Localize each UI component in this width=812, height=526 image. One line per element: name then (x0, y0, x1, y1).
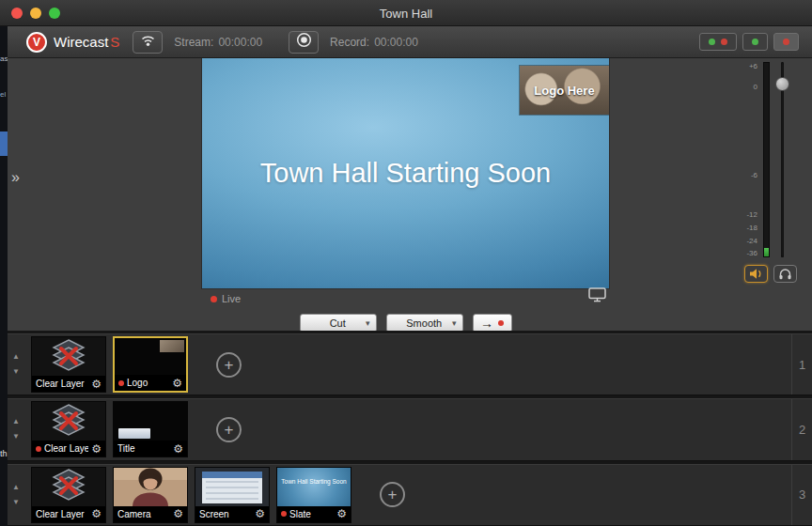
wirecast-brand: V Wirecast S (26, 32, 119, 53)
layers-panel: ▲ ▼ Clear Layer ⚙ (8, 331, 812, 526)
output-display-button[interactable] (588, 287, 606, 306)
add-shot-button[interactable]: + (216, 417, 242, 442)
move-layer-down-button[interactable]: ▼ (12, 433, 20, 441)
move-layer-down-button[interactable]: ▼ (12, 368, 20, 376)
shot-label-bar: Screen ⚙ (195, 506, 269, 522)
clear-layer-icon (48, 339, 89, 375)
background-text-fragment: el (0, 90, 8, 99)
shot-clear-layer[interactable]: Clear Layer ⚙ (31, 336, 106, 393)
window-title: Town Hall (0, 7, 812, 21)
live-view-button[interactable] (773, 33, 799, 51)
wifi-broadcast-icon (140, 34, 156, 51)
stream-button[interactable] (133, 31, 163, 54)
slate-headline: Town Hall Starting Soon (202, 158, 609, 189)
live-dot-icon (783, 39, 789, 45)
slate-thumb-text: Town Hall Starting Soon (277, 478, 351, 485)
shot-screen[interactable]: Screen ⚙ (195, 467, 270, 523)
volume-slider-knob[interactable] (775, 77, 789, 91)
shot-label: Logo (127, 378, 169, 388)
shot-label-bar: Logo ⚙ (115, 375, 186, 391)
layer-row-2: ▲ ▼ Clear Layer ⚙ (8, 398, 812, 460)
toolbar: V Wirecast S Stream: 00:00:00 Record: 00… (8, 26, 812, 58)
transition-smooth-button[interactable]: Smooth ▾ (386, 314, 463, 333)
live-dot-icon (721, 39, 727, 45)
caret-down-icon: ▾ (452, 318, 462, 328)
shot-logo[interactable]: Logo ⚙ (113, 336, 188, 393)
gear-icon[interactable]: ⚙ (91, 379, 102, 390)
gear-icon[interactable]: ⚙ (336, 508, 347, 519)
layer-reorder-arrows: ▲ ▼ (8, 484, 24, 506)
live-indicator: Live (211, 293, 241, 304)
move-layer-up-button[interactable]: ▲ (12, 418, 20, 425)
gear-icon[interactable]: ⚙ (255, 508, 265, 519)
view-mode-buttons (699, 33, 799, 51)
preview-view-button[interactable] (742, 33, 768, 51)
preview-dot-icon (709, 39, 715, 45)
layer-number: 2 (791, 399, 812, 459)
live-output-preview: Town Hall Starting Soon Logo Here (202, 58, 609, 288)
screen-capture-image (195, 468, 269, 506)
shot-label: Title (117, 443, 170, 454)
shot-label: Slate (289, 509, 334, 519)
caret-down-icon: ▾ (366, 318, 376, 328)
shot-label-bar: Clear Layer ⚙ (32, 506, 105, 522)
transition-cut-button[interactable]: Cut ▾ (300, 314, 377, 333)
audio-monitor-buttons (744, 265, 797, 283)
logo-overlay-image: Logo Here (520, 66, 609, 115)
preview-live-view-button[interactable] (699, 33, 737, 51)
titlebar: Town Hall (0, 0, 812, 26)
expand-panel-chevron[interactable]: » (11, 169, 20, 186)
shot-label: Camera (117, 509, 170, 519)
speaker-mute-button[interactable] (744, 265, 768, 283)
audio-panel: +6 0 -6 -12 -18 -24 -36 (741, 58, 812, 331)
background-text-fragment: as (0, 54, 8, 63)
layer-reorder-arrows: ▲ ▼ (8, 418, 24, 441)
shot-label-bar: Camera ⚙ (114, 506, 187, 522)
stream-time: 00:00:00 (218, 36, 262, 49)
transition-cut-label: Cut (301, 317, 366, 329)
shot-title[interactable]: Title ⚙ (113, 401, 188, 457)
add-shot-button[interactable]: + (380, 482, 405, 507)
background-text-fragment: th (0, 449, 8, 458)
shot-label: Clear Layer (36, 509, 88, 519)
gear-icon[interactable]: ⚙ (172, 378, 182, 389)
gear-icon[interactable]: ⚙ (91, 508, 102, 519)
gear-icon[interactable]: ⚙ (173, 443, 183, 455)
shot-label: Clear Layer (36, 379, 88, 389)
record-icon (296, 32, 312, 52)
clear-layer-thumbnail (32, 402, 105, 441)
shot-label-bar: Slate ⚙ (277, 506, 351, 522)
slate-shot-thumbnail: Town Hall Starting Soon (277, 468, 351, 506)
background-highlight-fragment (0, 132, 8, 156)
move-layer-down-button[interactable]: ▼ (12, 499, 20, 506)
gear-icon[interactable]: ⚙ (91, 443, 102, 455)
shot-clear-layer[interactable]: Clear Layer ⚙ (31, 401, 106, 457)
shot-slate[interactable]: Town Hall Starting Soon Slate ⚙ (276, 467, 351, 523)
db-tick: +6 (741, 62, 757, 70)
gear-icon[interactable]: ⚙ (173, 508, 183, 519)
live-dot-icon (36, 446, 41, 452)
screen-window-header (202, 472, 262, 478)
db-tick: -12 (741, 210, 757, 219)
stream-label: Stream: (174, 36, 213, 49)
preview-dot-icon (752, 39, 758, 45)
background-window-strip: as el th (0, 26, 8, 526)
layer-row-1: ▲ ▼ Clear Layer ⚙ (8, 333, 812, 395)
slate-background (277, 468, 351, 506)
speaker-icon (749, 268, 763, 280)
record-time: 00:00:00 (374, 36, 418, 49)
headphone-monitor-button[interactable] (773, 265, 797, 283)
move-layer-up-button[interactable]: ▲ (12, 484, 20, 491)
volume-slider-track[interactable] (781, 62, 784, 257)
shot-clear-layer[interactable]: Clear Layer ⚙ (31, 467, 106, 523)
main-area: » Town Hall Starting Soon Logo Here Live… (8, 58, 812, 331)
move-layer-up-button[interactable]: ▲ (12, 353, 20, 361)
go-transition-button[interactable]: → (473, 314, 512, 333)
audio-level-fill (764, 248, 769, 256)
add-shot-button[interactable]: + (216, 352, 242, 378)
live-dot-icon (211, 296, 217, 302)
shot-camera[interactable]: Camera ⚙ (113, 467, 188, 523)
transition-controls: Cut ▾ Smooth ▾ → (202, 314, 609, 333)
record-button[interactable] (289, 31, 319, 54)
layer-number: 1 (791, 334, 812, 394)
